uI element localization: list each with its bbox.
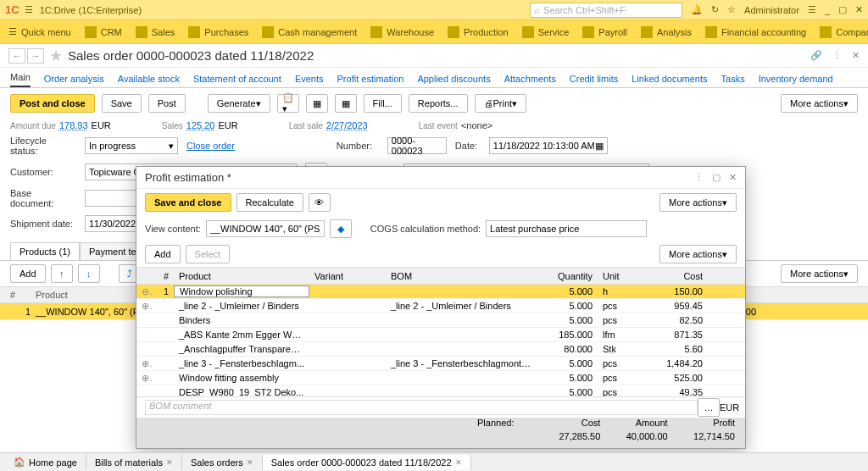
menu-payroll[interactable]: Payroll [582,26,627,38]
tab-order-analysis[interactable]: Order analysis [44,70,104,87]
menu-finacc[interactable]: Financial accounting [705,26,806,38]
tab-inventory[interactable]: Inventory demand [759,70,833,87]
fill-button[interactable]: Fill... [364,94,402,113]
more-actions-button[interactable]: More actions ▾ [781,94,858,113]
lifecycle-field[interactable]: In progress▾ [85,137,178,154]
home-icon: 🏠 [14,457,25,468]
tab-credit[interactable]: Credit limits [570,70,618,87]
modal-more2-button[interactable]: More actions ▾ [659,245,737,263]
profit-grid: # Product Variant BOM Quantity Unit Cost… [136,267,745,396]
profit-row[interactable]: ⊕_line 3 - _Fensterbeschlagm..._line 3 -… [136,357,745,371]
close-icon[interactable]: ✕ [455,458,462,467]
menu-production[interactable]: Production [448,26,509,38]
create-based-button[interactable]: 📋▾ [277,94,299,113]
profit-row[interactable]: _Anschlagpuffer Transparent...80.000Stk5… [136,342,745,357]
close-icon[interactable]: ✕ [729,172,737,183]
profit-estimation-modal: Profit estimation * ⋮ ▢ ✕ Save and close… [136,166,746,449]
menu-icon[interactable]: ☰ [25,4,33,15]
close-icon[interactable]: ✕ [166,458,173,467]
tab-discounts[interactable]: Applied discounts [417,70,490,87]
top-bar: 1C ☰ 1C:Drive (1C:Enterprise) ⌕ Search C… [0,0,868,20]
menu-cash[interactable]: Cash management [262,26,357,38]
bom-comment-input[interactable]: BOM comment [145,400,698,415]
minimize-icon[interactable]: _ [825,5,830,15]
btab-bom[interactable]: Bills of materials✕ [86,455,182,470]
restore-icon[interactable]: ▢ [712,172,721,183]
profit-row[interactable]: Binders5.000pcs82.50 [136,313,745,328]
recalculate-button[interactable]: Recalculate [236,193,303,212]
view-icon-button[interactable]: 👁 [309,193,331,212]
bell-icon[interactable]: 🔔 [691,4,703,15]
view-nav-button[interactable]: ◆ [330,219,352,238]
generate-button[interactable]: Generate ▾ [208,94,270,113]
close-order-link[interactable]: Close order [186,141,235,151]
menu-service[interactable]: Service [522,26,570,38]
print-button[interactable]: 🖨 Print ▾ [475,94,527,113]
menu-quick[interactable]: ☰Quick menu [8,26,71,37]
main-tabs: Main Order analysis Available stock Stat… [0,68,868,88]
logo: 1C [5,3,19,16]
detail-more-button[interactable]: More actions ▾ [781,264,858,283]
post-button[interactable]: Post [148,94,186,113]
modal-add-button[interactable]: Add [145,245,181,263]
tab-attachments[interactable]: Attachments [504,70,556,87]
other-button[interactable]: ▦ [335,94,357,113]
excel-button[interactable]: ▦ [306,94,328,113]
btab-current[interactable]: Sales order 0000-000023 dated 11/18/2022… [263,455,471,470]
dtab-products[interactable]: Products (1) [10,242,80,260]
forward-button[interactable]: → [27,48,44,64]
bom-expand-button[interactable]: … [698,398,720,417]
cogs-field[interactable]: Latest purchase price [486,220,647,237]
tab-available-stock[interactable]: Available stock [118,70,180,87]
favorite-icon[interactable]: ★ [49,47,63,65]
close-icon[interactable]: ✕ [852,50,860,61]
menu-sales[interactable]: Sales [136,26,175,38]
profit-row[interactable]: ⊕_line 2 - _Umleimer / Binders_line 2 - … [136,299,745,313]
menu-warehouse[interactable]: Warehouse [370,26,434,38]
kebab-icon[interactable]: ⋮ [694,172,704,183]
modal-more-button[interactable]: More actions ▾ [659,193,737,212]
tab-main[interactable]: Main [10,69,31,87]
date-field[interactable]: 11/18/2022 10:13:00 AM▦ [489,137,608,154]
reports-button[interactable]: Reports... [409,94,468,113]
user-label[interactable]: Administrator [744,5,799,15]
menu-crm[interactable]: CRM [85,26,122,38]
btab-home[interactable]: 🏠Home page [5,454,86,470]
tab-linked[interactable]: Linked documents [632,70,707,87]
tab-events[interactable]: Events [295,70,324,87]
customer-label: Customer: [10,167,76,177]
profit-row[interactable]: _ABS Kante 2mm Egger W9...185.000lfm871.… [136,328,745,342]
profit-row[interactable]: ⊖1Window polishing5.000h150.00 [136,285,745,299]
btab-sales-orders[interactable]: Sales orders✕ [182,455,263,470]
tab-statement[interactable]: Statement of account [193,70,281,87]
kebab-icon[interactable]: ⋮ [832,50,842,61]
move-up-button[interactable]: ↑ [51,264,73,283]
tab-profit[interactable]: Profit estimation [337,70,404,87]
number-label: Number: [337,141,379,151]
menu-purchases[interactable]: Purchases [188,26,248,38]
menu-company[interactable]: Company [820,26,868,38]
star-icon[interactable]: ☆ [727,4,736,15]
filter-icon[interactable]: ☰ [808,4,816,15]
profit-row[interactable]: ⊕Window fitting assembly5.000pcs525.00 [136,371,745,385]
menu-analysis[interactable]: Analysis [641,26,692,38]
number-field[interactable]: 0000-000023 [387,137,447,154]
view-content-field[interactable]: __WINDOW 140", 60" (PS) (140", 6 [206,220,325,237]
add-product-button[interactable]: Add [10,264,46,283]
modal-select-button[interactable]: Select [186,245,231,263]
payroll-icon [582,26,594,38]
history-icon[interactable]: ↻ [711,4,719,15]
post-and-close-button[interactable]: Post and close [10,94,95,113]
modal-save-close-button[interactable]: Save and close [145,193,231,212]
profit-row[interactable]: DESP_W980_19_ST2 Deko...5.000pcs49.35 [136,385,745,396]
back-button[interactable]: ← [8,48,25,64]
tab-tasks[interactable]: Tasks [721,70,745,87]
move-down-button[interactable]: ↓ [78,264,100,283]
link-icon[interactable]: 🔗 [810,50,822,61]
save-button[interactable]: Save [102,94,142,113]
total-cost: 27,285.50 [543,431,610,448]
restore-icon[interactable]: ▢ [838,4,847,15]
close-icon[interactable]: ✕ [855,4,863,15]
search-input[interactable]: ⌕ Search Ctrl+Shift+F [530,3,682,18]
close-icon[interactable]: ✕ [247,458,253,467]
